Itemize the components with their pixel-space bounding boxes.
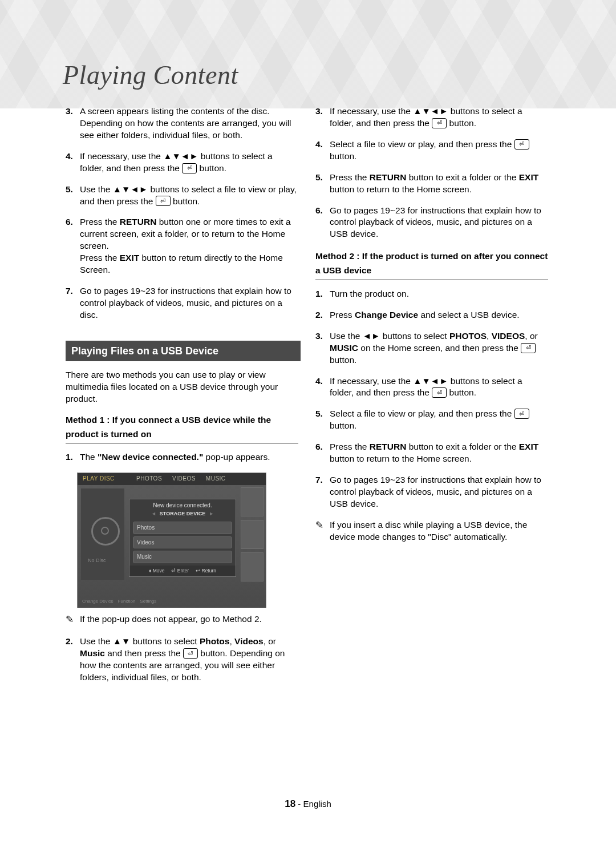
text: Use the xyxy=(330,331,363,341)
text: , xyxy=(487,331,492,341)
step-num: 5. xyxy=(315,408,330,432)
step-body: Press the RETURN button one or more time… xyxy=(80,216,298,276)
text: , xyxy=(229,636,234,646)
popup-title: New device connected. xyxy=(129,499,236,510)
tile-icon xyxy=(241,487,264,516)
page-footer: 18 - English xyxy=(0,798,616,810)
step-body: If necessary, use the ▲▼◄► buttons to se… xyxy=(80,151,298,175)
step-body: Turn the product on. xyxy=(330,288,548,300)
step-body: A screen appears listing the contents of… xyxy=(80,106,298,142)
step-5: 5. Use the ▲▼◄► buttons to select a file… xyxy=(66,184,298,208)
text: button. xyxy=(171,196,200,206)
bottom-settings: Settings xyxy=(140,599,156,605)
step-3: 3. A screen appears listing the contents… xyxy=(66,106,298,142)
note-icon: ✎ xyxy=(315,519,330,543)
bold-text: RETURN xyxy=(120,217,157,227)
text: button to exit a folder or the xyxy=(406,172,518,182)
method2-heading: Method 2 : If the product is turned on a… xyxy=(315,249,548,280)
device-popup-screenshot: PLAY DISC PHOTOS VIDEOS MUSIC No Disc Ne… xyxy=(77,473,266,608)
step-num: 6. xyxy=(66,216,80,276)
arrows-icon: ▲▼◄► xyxy=(113,184,148,194)
m1-step-2: 2. Use the ▲▼ buttons to select Photos, … xyxy=(66,636,298,684)
bold-text: PHOTOS xyxy=(449,331,487,341)
step-body: Select a file to view or play, and then … xyxy=(330,139,548,163)
m2-step-1: 1. Turn the product on. xyxy=(315,288,548,300)
step-num: 1. xyxy=(315,288,330,300)
text: , or xyxy=(264,636,276,646)
enter-icon: ⏎ xyxy=(514,139,529,150)
bold-text: Change Device xyxy=(355,310,418,320)
enter-icon: ⏎ xyxy=(432,387,447,398)
enter-icon: ⏎ xyxy=(514,409,529,419)
text: button to return to the Home screen. xyxy=(330,184,472,194)
note-body: If you insert a disc while playing a USB… xyxy=(330,519,548,543)
m2-step-5: 5. Select a file to view or play, and th… xyxy=(315,408,548,432)
page-title: Playing Content xyxy=(63,60,238,90)
bold-text: EXIT xyxy=(120,253,139,263)
step-num: 5. xyxy=(315,172,330,196)
note-popup-missing: ✎ If the pop-up does not appear, go to M… xyxy=(66,613,298,627)
bottom-change-device: Change Device xyxy=(82,599,114,605)
text: button to return to the Home screen. xyxy=(330,454,472,463)
bold-text: VIDEOS xyxy=(492,331,525,341)
step-body: If necessary, use the ▲▼◄► buttons to se… xyxy=(330,106,548,130)
bold-text: EXIT xyxy=(519,172,538,182)
note-body: If the pop-up does not appear, go to Met… xyxy=(80,613,298,627)
arrows-icon: ◄► xyxy=(363,331,380,341)
left-column: 3. A screen appears listing the contents… xyxy=(66,106,298,693)
enter-icon: ⏎ xyxy=(156,196,171,206)
step-body: Go to pages 19~23 for instructions that … xyxy=(80,285,298,321)
step-num: 3. xyxy=(315,106,330,130)
step-body: Go to pages 19~23 for instructions that … xyxy=(330,205,548,241)
text: and select a USB device. xyxy=(418,310,520,320)
text: If necessary, use the xyxy=(330,106,413,116)
step-num: 2. xyxy=(66,636,80,684)
step-7: 7. Go to pages 19~23 for instructions th… xyxy=(66,285,298,321)
m2-step-6: 6. Press the RETURN button to exit a fol… xyxy=(315,441,548,465)
ds-tab-music: MUSIC xyxy=(201,473,231,485)
step-body: Press Change Device and select a USB dev… xyxy=(330,309,548,321)
ds-right-tiles xyxy=(241,487,264,581)
bold-text: Photos xyxy=(200,636,230,646)
text: button. xyxy=(330,421,356,430)
popup-footer-return: ↩ Return xyxy=(196,568,216,574)
ds-tab-videos: VIDEOS xyxy=(167,473,201,485)
step-4: 4. If necessary, use the ▲▼◄► buttons to… xyxy=(66,151,298,175)
step-num: 5. xyxy=(66,184,80,208)
bottom-function: Function xyxy=(118,599,136,605)
step-body: If necessary, use the ▲▼◄► buttons to se… xyxy=(330,375,548,399)
step-num: 4. xyxy=(315,139,330,163)
step-body: Press the RETURN button to exit a folder… xyxy=(330,441,548,465)
m2-step-2: 2. Press Change Device and select a USB … xyxy=(315,309,548,321)
text: If necessary, use the xyxy=(330,376,413,386)
r-step-3: 3. If necessary, use the ▲▼◄► buttons to… xyxy=(315,106,548,130)
text: on the Home screen, and then press the xyxy=(358,343,521,353)
popup-footer-move: ♦ Move xyxy=(149,568,164,574)
m1-step-1: 1. The "New device connected." pop-up ap… xyxy=(66,451,298,463)
r-step-4: 4. Select a file to view or play, and th… xyxy=(315,139,548,163)
bold-text: RETURN xyxy=(370,172,407,182)
popup-item-videos: Videos xyxy=(133,536,232,549)
right-arrow-icon: ► xyxy=(209,510,214,517)
no-disc-label: No Disc xyxy=(88,557,106,564)
step-6: 6. Press the RETURN button one or more t… xyxy=(66,216,298,276)
step-body: Press the RETURN button to exit a folder… xyxy=(330,172,548,196)
arrows-icon: ▲▼ xyxy=(113,636,131,646)
text: button. xyxy=(447,118,476,128)
enter-icon: ⏎ xyxy=(432,118,447,128)
bold-text: MUSIC xyxy=(330,343,358,353)
footer-lang: English xyxy=(303,799,331,809)
step-body: Use the ▲▼◄► buttons to select a file to… xyxy=(80,184,298,208)
step-num: 1. xyxy=(66,451,80,463)
text: Press the xyxy=(80,217,120,227)
step-num: 2. xyxy=(315,309,330,321)
popup-subtitle: STORAGE DEVICE xyxy=(160,510,205,517)
new-device-popup: New device connected. ◄ STORAGE DEVICE ►… xyxy=(129,499,236,577)
step-num: 4. xyxy=(315,375,330,399)
tile-icon xyxy=(241,552,264,581)
text: buttons to select xyxy=(130,636,200,646)
step-num: 4. xyxy=(66,151,80,175)
text: Select a file to view or play, and then … xyxy=(330,139,514,149)
step-num: 6. xyxy=(315,205,330,241)
text: , or xyxy=(525,331,537,341)
